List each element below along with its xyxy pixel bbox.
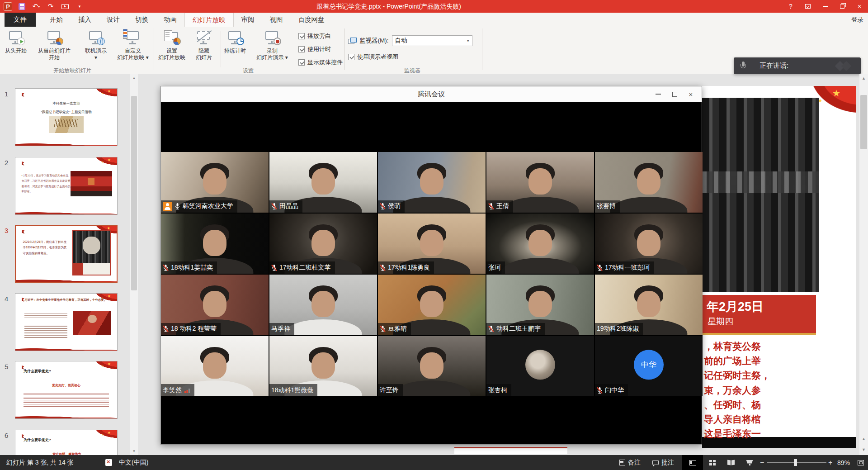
powerpoint-logo-icon[interactable]: P — [4, 2, 12, 11]
slide-thumbnail-4[interactable]: 习近平：在全党集中开展党史学习教育，正当其时，十分必要。 — [15, 293, 118, 351]
participant-tile-18 动科2 程莹莹[interactable]: 18 动科2 程莹莹 — [161, 275, 269, 335]
tab-6[interactable]: 幻灯片放映 — [184, 13, 234, 27]
tab-3[interactable]: 设计 — [99, 13, 127, 27]
redo-button[interactable]: ↷ — [46, 1, 56, 11]
participant-tile-张杏柯[interactable]: 张杏柯 — [486, 336, 594, 397]
speaking-indicator-bar[interactable]: 正在讲话: — [734, 57, 861, 74]
ribbon-button-隐藏[interactable]: 隐藏幻灯片 — [189, 28, 218, 66]
slide-sorter-view-button[interactable] — [704, 455, 721, 470]
slide-thumbnail-1[interactable]: 本科生第一党支部“跟着总书记学党史” 主题党日活动 — [15, 88, 118, 146]
scroll-up-icon[interactable]: ▲ — [859, 74, 868, 83]
zoom-slider[interactable] — [767, 462, 826, 463]
monitor-select[interactable]: 自动 ▾ — [392, 35, 472, 46]
scroll-up-icon[interactable]: ▲ — [130, 74, 138, 82]
maximize-button[interactable] — [666, 86, 683, 102]
participant-tile-侯萌[interactable]: 侯萌 — [378, 152, 486, 213]
tab-7[interactable]: 审阅 — [234, 13, 262, 27]
slide-thumbnail-5[interactable]: 为什么要学党史?党史如灯、照亮初心 — [15, 361, 118, 419]
party-logo-icon — [22, 230, 24, 234]
participant-tile-动科二班王鹏宇[interactable]: 动科二班王鹏宇 — [486, 275, 594, 335]
participant-tile-19动科2班陈淑[interactable]: 19动科2班陈淑 — [595, 275, 703, 335]
participant-tile-张赛博[interactable]: 张赛博 — [595, 152, 703, 213]
fit-to-window-button[interactable] — [854, 455, 867, 470]
participant-tile-许至锋[interactable]: 许至锋 — [378, 336, 486, 397]
reading-view-button[interactable] — [722, 455, 740, 470]
tab-2[interactable]: 插入 — [71, 13, 99, 27]
ribbon-button-从当前幻灯片[interactable]: 从当前幻灯片开始 — [32, 28, 77, 66]
scroll-down-icon[interactable]: ▼ — [130, 447, 138, 455]
scrollbar-thumb[interactable] — [860, 95, 867, 149]
start-slideshow-button[interactable] — [60, 1, 70, 11]
zoom-in-button[interactable]: + — [828, 455, 832, 470]
slide-thumbnail-6[interactable]: 为什么要学党史?·党史如炬、凝聚伟力 — [15, 430, 118, 455]
participant-tile-17动科二班杜文苹[interactable]: 17动科二班杜文苹 — [269, 214, 377, 274]
save-button[interactable] — [17, 1, 27, 11]
tab-1[interactable]: 开始 — [42, 13, 71, 27]
ribbon-button-label: 录制 — [250, 47, 295, 54]
previous-slide-icon[interactable]: ▲ — [859, 435, 868, 443]
scrollbar-thumb[interactable] — [131, 96, 137, 290]
proofing-button[interactable] — [105, 455, 112, 470]
participant-tile-17动科一班彭珂[interactable]: 17动科一班彭珂 — [595, 214, 703, 274]
next-slide-icon[interactable]: ▼ — [859, 446, 868, 454]
participant-tile-马季祥[interactable]: 马季祥 — [269, 275, 377, 335]
ribbon-button-排练计时[interactable]: 排练计时 — [222, 28, 248, 66]
sidebar-scrollbar[interactable]: ▲ ▼ — [130, 74, 138, 455]
tab-8[interactable]: 视图 — [262, 13, 291, 27]
meeting-title: 腾讯会议 — [418, 90, 445, 99]
participant-name-label: 张杏柯 — [486, 384, 511, 396]
customize-qat-button[interactable]: ▾ — [75, 1, 85, 11]
slideshow-view-button[interactable] — [741, 455, 758, 470]
tab-4[interactable]: 切换 — [127, 13, 156, 27]
slide-thumbnail-3[interactable]: 2021年2月25日，我们来了解出生于1897年2月25日，毛泽东曾为其守灵抬棺… — [15, 225, 118, 283]
ribbon-button-录制[interactable]: 录制幻灯片演示 ▾ — [250, 28, 295, 66]
restore-button[interactable] — [834, 0, 851, 13]
participant-name-label: 张赛博 — [595, 200, 620, 213]
ribbon-button-联机演示[interactable]: 联机演示▾ — [80, 28, 112, 66]
checkbox-显示媒体控件[interactable]: 显示媒体控件 — [298, 58, 343, 66]
meeting-titlebar[interactable]: 腾讯会议 × — [161, 86, 702, 102]
participant-tile-18动科1姜喆奕[interactable]: 18动科1姜喆奕 — [161, 214, 269, 274]
main-scrollbar[interactable]: ▲ ▲ ▼ — [859, 74, 868, 455]
minimize-button[interactable] — [650, 86, 666, 102]
tab-9[interactable]: 百度网盘 — [291, 13, 332, 27]
comments-button[interactable]: 批注 — [652, 455, 674, 470]
tab-5[interactable]: 动画 — [156, 13, 184, 27]
person-face — [420, 230, 443, 256]
zoom-slider-thumb[interactable] — [794, 459, 797, 466]
minimize-button[interactable] — [816, 0, 834, 13]
person-face — [203, 230, 226, 256]
participant-tile-豆雅晴[interactable]: 豆雅晴 — [378, 275, 486, 335]
participant-tile-李笑然[interactable]: 李笑然 — [161, 336, 269, 397]
participant-tile-18动科1熊薇薇[interactable]: 18动科1熊薇薇 — [269, 336, 377, 397]
mic-muted-icon — [597, 387, 603, 394]
notes-button[interactable]: 备注 — [619, 455, 641, 470]
tab-file[interactable]: 文件 — [5, 13, 36, 27]
person-face — [311, 168, 335, 195]
person-face — [203, 352, 226, 379]
slide-thumbnail-2[interactable]: • 2月20日，党史学习教育动员大会在北京召开，习近平总书记出席会议并发表重要讲… — [15, 157, 118, 215]
checkbox-播放旁白[interactable]: 播放旁白 — [298, 32, 331, 40]
participant-tile-17动科1陈勇良[interactable]: 17动科1陈勇良 — [378, 214, 486, 274]
normal-view-button[interactable] — [682, 455, 703, 470]
checkbox-使用计时[interactable]: 使用计时 — [298, 45, 331, 53]
close-button[interactable]: × — [851, 0, 868, 13]
zoom-out-button[interactable]: − — [760, 455, 764, 470]
undo-button[interactable]: ↶▾ — [31, 1, 41, 11]
ribbon-display-options-button[interactable] — [799, 0, 816, 13]
participant-tile-闫中华[interactable]: 中华闫中华 — [595, 336, 703, 397]
help-button[interactable]: ? — [782, 0, 799, 13]
ribbon-button-从头开始[interactable]: 从头开始 — [1, 28, 31, 66]
sign-in-link[interactable]: 登录 — [851, 13, 863, 27]
zoom-percent[interactable]: 89% — [837, 455, 850, 470]
close-button[interactable]: × — [683, 86, 699, 102]
participant-tile-王倩[interactable]: 王倩 — [486, 152, 594, 213]
ribbon-button-自定义[interactable]: 自定义幻灯片放映 ▾ — [113, 28, 153, 66]
participant-tile-田晶晶[interactable]: 田晶晶 — [269, 152, 377, 213]
language-button[interactable]: 中文(中国) — [119, 455, 148, 470]
mic-muted-icon — [380, 325, 386, 332]
checkbox-使用演示者视图[interactable]: 使用演示者视图 — [348, 53, 398, 61]
ribbon-button-设置[interactable]: 设置幻灯片放映 — [155, 28, 189, 66]
participant-tile-韩笑河南农业大学[interactable]: 韩笑河南农业大学 — [161, 152, 269, 213]
participant-tile-张珂[interactable]: 张珂 — [486, 214, 594, 274]
